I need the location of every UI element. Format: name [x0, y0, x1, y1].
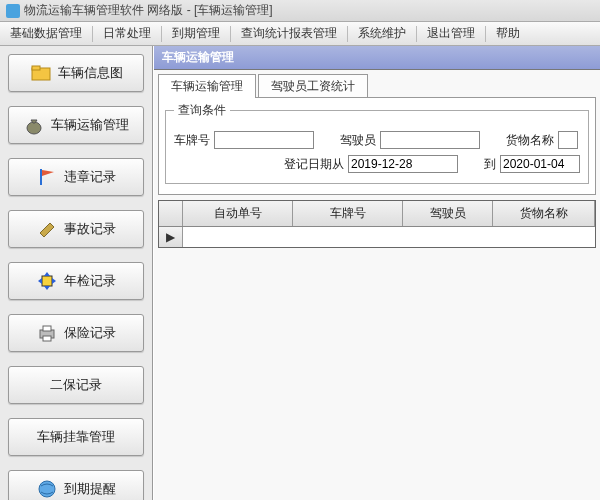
sidebar-item-label: 到期提醒 [64, 480, 116, 498]
flag-icon [36, 166, 58, 188]
money-bag-icon [23, 114, 45, 136]
sidebar-item-label: 违章记录 [64, 168, 116, 186]
title-bar: 物流运输车辆管理软件 网络版 - [车辆运输管理] [0, 0, 600, 22]
globe-icon [36, 478, 58, 500]
menu-daily[interactable]: 日常处理 [93, 22, 161, 45]
driver-label: 驾驶员 [340, 132, 376, 149]
query-fieldset: 查询条件 车牌号 驾驶员 货物名称 登记日期从 到 [165, 102, 589, 184]
col-order-no[interactable]: 自动单号 [183, 201, 293, 226]
svg-point-2 [27, 122, 41, 134]
printer-icon [36, 322, 58, 344]
app-icon [6, 4, 20, 18]
menu-help[interactable]: 帮助 [486, 22, 530, 45]
svg-rect-4 [42, 276, 52, 286]
date-from-label: 登记日期从 [284, 156, 344, 173]
sidebar-item-label: 保险记录 [64, 324, 116, 342]
date-from-input[interactable] [348, 155, 458, 173]
sidebar-item-affiliation[interactable]: 车辆挂靠管理 [8, 418, 144, 456]
col-cargo[interactable]: 货物名称 [493, 201, 595, 226]
grid-row[interactable]: ▶ [159, 227, 595, 247]
arrows-icon [36, 270, 58, 292]
grid-header: 自动单号 车牌号 驾驶员 货物名称 [159, 201, 595, 227]
sidebar-item-label: 二保记录 [50, 376, 102, 394]
sidebar-item-insurance[interactable]: 保险记录 [8, 314, 144, 352]
svg-rect-1 [32, 66, 40, 70]
sidebar-item-maintenance[interactable]: 二保记录 [8, 366, 144, 404]
sidebar-item-label: 事故记录 [64, 220, 116, 238]
menu-exit[interactable]: 退出管理 [417, 22, 485, 45]
page-title: 车辆运输管理 [154, 46, 600, 70]
sidebar: 车辆信息图 车辆运输管理 违章记录 事故记录 年检记录 保险记录 二保记录 车辆… [0, 46, 153, 500]
sidebar-item-inspection[interactable]: 年检记录 [8, 262, 144, 300]
plate-label: 车牌号 [174, 132, 210, 149]
tab-panel: 查询条件 车牌号 驾驶员 货物名称 登记日期从 到 [158, 97, 596, 195]
sidebar-item-vehicle-info[interactable]: 车辆信息图 [8, 54, 144, 92]
folder-icon [30, 62, 52, 84]
menu-basic-data[interactable]: 基础数据管理 [0, 22, 92, 45]
tab-transport-mgmt[interactable]: 车辆运输管理 [158, 74, 256, 98]
grid-corner [159, 201, 183, 226]
sidebar-item-label: 车辆运输管理 [51, 116, 129, 134]
date-to-input[interactable] [500, 155, 580, 173]
query-legend: 查询条件 [174, 102, 230, 119]
content-area: 车辆运输管理 车辆运输管理 驾驶员工资统计 查询条件 车牌号 驾驶员 货物名称 [153, 46, 600, 500]
sidebar-item-accident[interactable]: 事故记录 [8, 210, 144, 248]
sidebar-item-label: 年检记录 [64, 272, 116, 290]
window-title: 物流运输车辆管理软件 网络版 - [车辆运输管理] [24, 2, 273, 19]
data-grid[interactable]: 自动单号 车牌号 驾驶员 货物名称 ▶ [158, 200, 596, 248]
menu-expiry[interactable]: 到期管理 [162, 22, 230, 45]
svg-point-8 [39, 481, 55, 497]
row-marker-icon: ▶ [159, 227, 183, 247]
driver-input[interactable] [380, 131, 480, 149]
menu-reports[interactable]: 查询统计报表管理 [231, 22, 347, 45]
menu-bar: 基础数据管理 日常处理 到期管理 查询统计报表管理 系统维护 退出管理 帮助 [0, 22, 600, 46]
menu-system[interactable]: 系统维护 [348, 22, 416, 45]
cargo-label: 货物名称 [506, 132, 554, 149]
svg-rect-6 [43, 326, 51, 331]
sidebar-item-label: 车辆信息图 [58, 64, 123, 82]
svg-rect-7 [43, 336, 51, 341]
tab-driver-salary[interactable]: 驾驶员工资统计 [258, 74, 368, 98]
col-driver[interactable]: 驾驶员 [403, 201, 493, 226]
cargo-input[interactable] [558, 131, 578, 149]
wrench-icon [36, 218, 58, 240]
plate-input[interactable] [214, 131, 314, 149]
date-to-label: 到 [484, 156, 496, 173]
sidebar-item-violation[interactable]: 违章记录 [8, 158, 144, 196]
sidebar-item-label: 车辆挂靠管理 [37, 428, 115, 446]
col-plate[interactable]: 车牌号 [293, 201, 403, 226]
svg-rect-3 [40, 169, 42, 185]
sidebar-item-transport-mgmt[interactable]: 车辆运输管理 [8, 106, 144, 144]
sidebar-item-reminder[interactable]: 到期提醒 [8, 470, 144, 500]
tabs: 车辆运输管理 驾驶员工资统计 [158, 74, 600, 98]
